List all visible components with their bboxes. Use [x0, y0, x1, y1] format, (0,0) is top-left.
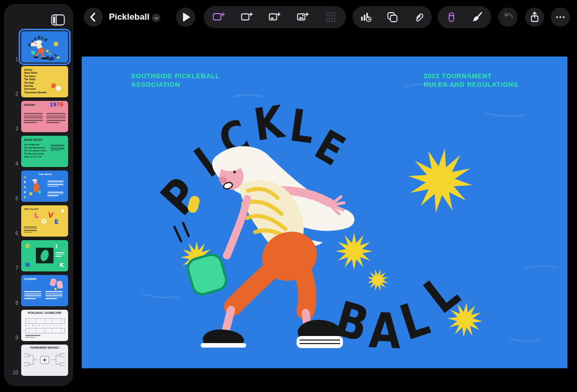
smart-annotate-button[interactable] [438, 6, 465, 28]
thumb-title: HISTORY [24, 103, 35, 106]
thumb-letter: O [41, 218, 46, 225]
ball-dot [61, 209, 64, 212]
add-build-icon [268, 11, 281, 24]
slide-number: 4 [4, 161, 18, 166]
slide-thumbnail-1[interactable]: P I C K L E B A L L [21, 31, 68, 63]
slide-thumbnail-2[interactable]: HistoryBasic Rules The ServeThe Volley T… [21, 66, 68, 97]
slide-number: 1 [4, 57, 18, 62]
slide-row-3: 3 HISTORY 19 76 [4, 101, 73, 136]
share-icon [528, 11, 541, 24]
player-illustration[interactable] [82, 57, 567, 368]
text-lines [47, 181, 64, 188]
text-lines [55, 252, 65, 258]
title-dropdown-button[interactable] [152, 14, 160, 22]
copy-style-button[interactable] [379, 6, 406, 28]
slide-row-10: 10 TOURNAMENT BRACKET [4, 345, 73, 379]
thumb-letter: E [54, 219, 59, 226]
dot-grid-button[interactable] [318, 6, 344, 28]
insert-tools-group [204, 6, 346, 28]
chevron-down-icon [153, 15, 159, 21]
text-lines [50, 145, 65, 152]
text-lines [47, 192, 64, 197]
motion-lines [175, 223, 189, 241]
text-lines [24, 227, 37, 234]
add-media-button[interactable] [290, 6, 316, 28]
slide-thumbnail-5[interactable]: THE SERVE S E R V E [21, 171, 68, 202]
add-transition-button[interactable] [234, 6, 260, 28]
paintbrush-icon [471, 11, 484, 24]
tools-group [353, 6, 432, 28]
year-digits: 76 [56, 102, 64, 107]
play-button[interactable] [176, 8, 195, 27]
slide-number: 10 [4, 370, 18, 375]
thumb-title: THE VOLLEY [24, 208, 39, 210]
text-lines [46, 113, 66, 124]
scorecard-grid [25, 328, 65, 333]
document-title[interactable]: Pickleball [109, 12, 149, 22]
back-button[interactable] [84, 8, 103, 27]
copy-shapes-icon [386, 11, 399, 24]
ellipsis-icon [554, 11, 567, 24]
dots-row [25, 325, 64, 326]
slide-number: 2 [4, 91, 18, 97]
slide-thumbnail-9[interactable]: PICKLEBALL SCORECARD [21, 310, 68, 341]
paperclip-icon [412, 11, 425, 24]
add-slide-icon [212, 11, 225, 24]
more-button[interactable] [551, 8, 570, 27]
play-icon [179, 11, 192, 24]
thumb-letter: K [60, 262, 64, 268]
agenda-list: HistoryBasic Rules The ServeThe Volley T… [24, 69, 46, 94]
star-bottom [446, 301, 484, 339]
sidebar-toggle-button[interactable] [49, 11, 67, 28]
star-medium [335, 233, 373, 270]
slide-number: 3 [4, 126, 18, 132]
slide-number: 6 [4, 231, 18, 236]
slide-thumbnail-4[interactable]: BASIC RULES Out-of-BoundsServing Regulat… [21, 136, 68, 167]
star-large [404, 144, 477, 217]
bracket-diagram [21, 350, 68, 376]
add-slide-button[interactable] [206, 6, 232, 28]
thumb-letter: V [24, 191, 26, 194]
thumb-letter: I [55, 244, 57, 249]
thumbnail-list: 1 [4, 31, 73, 379]
thumb-letter: S [24, 176, 26, 179]
slide-row-5: 5 THE SERVE S E R V E [4, 171, 73, 205]
thumb-letter: V [47, 211, 54, 219]
undo-button[interactable] [498, 8, 517, 27]
toolbar: Pickleball [0, 0, 577, 34]
slide-row-7: 7 D I N K [4, 240, 73, 275]
slide-thumbnail-8[interactable]: SCORING [21, 275, 68, 306]
slide-row-9: 9 PICKLEBALL SCORECARD [4, 310, 73, 345]
thumb-title: SCORING [24, 277, 37, 281]
thumb-title: TOURNAMENT BRACKET [21, 347, 68, 349]
star-small [364, 266, 391, 294]
thumb-title: PICKLEBALL SCORECARD [21, 312, 68, 315]
chevron-left-icon [87, 11, 100, 24]
slide-thumbnail-3[interactable]: HISTORY 19 76 [21, 101, 68, 132]
chart-clock-icon [359, 11, 372, 24]
text-lines [24, 113, 43, 124]
slide-row-4: 4 BASIC RULES Out-of-BoundsServing Regul… [4, 136, 73, 171]
slide-thumbnail-6[interactable]: THE VOLLEY L O V E [21, 205, 68, 237]
rehearse-button[interactable] [353, 6, 379, 28]
slide-number: 7 [4, 265, 18, 271]
sidebar-toggle-icon [51, 14, 65, 26]
add-build-button[interactable] [262, 6, 288, 28]
slide-thumbnail-10[interactable]: TOURNAMENT BRACKET [21, 345, 68, 376]
slide-canvas[interactable]: SOUTHSIDE PICKLEBALL ASSOCIATION 2022 TO… [82, 57, 567, 368]
undo-icon [501, 11, 514, 24]
text-lines [24, 291, 41, 300]
rules-list: Out-of-BoundsServing Regulations The Two… [24, 143, 47, 158]
attachment-button[interactable] [406, 6, 432, 28]
slide-thumbnail-7[interactable]: D I N K [21, 240, 68, 271]
thumb-letter: E [24, 196, 26, 199]
format-brush-button[interactable] [465, 6, 491, 28]
keynote-window: Pickleball [0, 0, 577, 392]
thumb-letter: D [25, 243, 30, 249]
add-media-icon [296, 11, 310, 24]
annotate-group [438, 6, 491, 28]
thumb-letter: R [24, 186, 26, 189]
text-lines [25, 335, 40, 339]
share-button[interactable] [525, 8, 544, 27]
scorecard-grid [25, 318, 65, 324]
